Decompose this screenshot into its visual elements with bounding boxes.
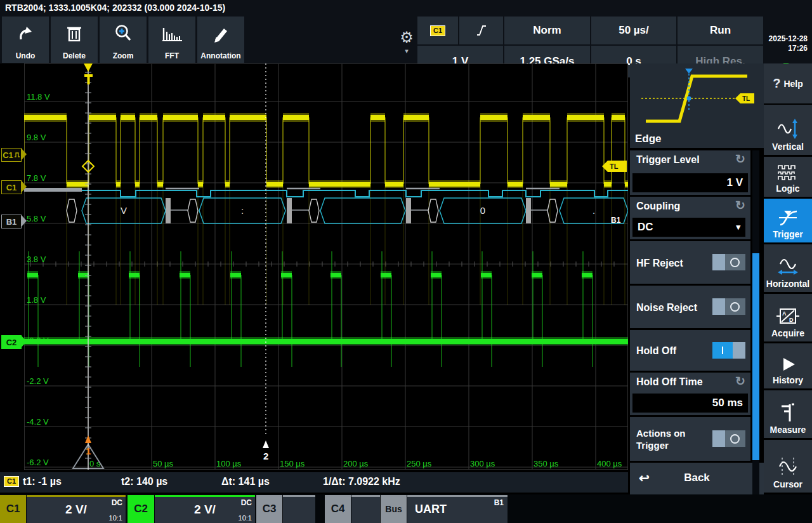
coupling-select[interactable]: DC ▾ <box>632 218 745 237</box>
datetime-display: 2025-12-28 17:26 <box>766 32 808 62</box>
svg-text:1.8 V: 1.8 V <box>27 295 46 305</box>
history-label: History <box>773 375 803 385</box>
c1-bus-source-marker[interactable]: C1 <box>1 148 22 162</box>
undo-label: Undo <box>16 51 36 60</box>
rising-edge-icon <box>475 23 488 37</box>
c2-position-marker[interactable]: C2 <box>1 335 22 349</box>
cursor-dt-readout: Δt: 141 µs <box>221 476 270 487</box>
annotation-button[interactable]: Annotation <box>197 17 244 63</box>
svg-text:.: . <box>593 205 595 216</box>
panel-scrollbar-thumb[interactable] <box>752 253 759 460</box>
noise-reject-label: Noise Reject <box>636 301 706 313</box>
svg-text:-2.2 V: -2.2 V <box>27 376 49 386</box>
undo-icon <box>15 23 36 44</box>
trigger-level-input[interactable]: 1 V <box>632 173 748 192</box>
svg-text:-6.2 V: -6.2 V <box>27 458 49 467</box>
back-label: Back <box>630 472 764 484</box>
settings-gear-button[interactable]: ⚙ ▾ <box>397 27 416 63</box>
sidebar-item-measure[interactable]: Measure <box>764 390 812 438</box>
noise-reject-toggle[interactable] <box>712 298 745 315</box>
svg-text:150 µs: 150 µs <box>280 459 305 468</box>
b1-position-marker[interactable]: B1 <box>1 215 22 228</box>
svg-text:400 µs: 400 µs <box>597 459 622 468</box>
trigger-level-row: Trigger Level ↻ 1 V <box>630 150 750 195</box>
trigger-source-cell[interactable]: C1 <box>417 17 458 44</box>
trigger-slope-cell[interactable] <box>459 17 503 44</box>
channel-c3-tab[interactable]: C3 <box>256 495 282 523</box>
svg-text::: : <box>241 205 244 216</box>
acquisition-state-cell[interactable]: Run <box>678 17 763 44</box>
fft-label: FFT <box>165 51 179 60</box>
channel-c2-info[interactable]: 2 V/ DC 10:1 <box>155 495 255 523</box>
horizontal-label: Horizontal <box>766 279 809 289</box>
undo-button[interactable]: Undo <box>2 17 49 63</box>
acquire-ad-icon: A D <box>775 306 801 326</box>
svg-text:100 µs: 100 µs <box>216 459 242 468</box>
channel-c4-tab[interactable]: C4 <box>325 495 351 523</box>
svg-text:200 µs: 200 µs <box>343 459 369 468</box>
c1-position-marker[interactable]: C1 <box>1 180 22 194</box>
sidebar-item-cursor[interactable]: Cursor <box>764 440 812 493</box>
timebase-cell[interactable]: 50 µs/ <box>591 17 676 44</box>
bus-tab-label: Bus <box>385 504 402 514</box>
hold-off-time-input[interactable]: 50 ms <box>632 394 748 413</box>
bus-tab[interactable]: Bus <box>381 495 407 523</box>
fft-button[interactable]: FFT <box>148 17 195 63</box>
channel-c4-info[interactable] <box>351 495 380 523</box>
sidebar-item-help[interactable]: ? Help <box>764 63 812 103</box>
sidebar-item-vertical[interactable]: Vertical <box>764 105 812 155</box>
actions-on-trigger-toggle[interactable] <box>712 430 745 447</box>
hold-off-toggle[interactable] <box>712 342 745 359</box>
vertical-label: Vertical <box>772 142 804 152</box>
zoom-button[interactable]: Zoom <box>100 17 147 63</box>
channel-c1-info[interactable]: 2 V/ DC 10:1 <box>27 495 126 523</box>
help-question-icon: ? <box>773 76 780 91</box>
coupling-label: Coupling <box>636 201 680 212</box>
channel-c3-info[interactable] <box>283 495 315 523</box>
measure-label: Measure <box>770 425 806 435</box>
svg-text:250 µs: 250 µs <box>407 459 432 468</box>
svg-text:2: 2 <box>263 451 268 461</box>
hf-reject-toggle[interactable] <box>712 254 745 270</box>
trigger-type-header[interactable]: TL Edge <box>630 63 764 148</box>
measure-caliper-icon <box>778 402 797 423</box>
reset-icon[interactable]: ↻ <box>735 198 745 213</box>
reset-icon[interactable]: ↻ <box>735 374 745 388</box>
sidebar-item-trigger[interactable]: Trigger <box>764 199 812 242</box>
svg-text:V: V <box>121 205 127 216</box>
timebase-value: 50 µs/ <box>619 24 649 37</box>
svg-text:D: D <box>789 317 794 323</box>
waveform-graticule: 11.8 V9.8 V7.8 V5.8 V3.8 V1.8 V-0.2 V-2.… <box>24 63 628 470</box>
sidebar-item-acquire[interactable]: A D Acquire <box>764 294 812 341</box>
hold-off-label: Hold Off <box>636 345 706 357</box>
channel-bar: C1 2 V/ DC 10:1 C2 2 V/ DC 10:1 C3 C4 Bu… <box>0 494 812 523</box>
trigger-mode-value: Norm <box>533 24 561 37</box>
channel-c1-tab[interactable]: C1 <box>0 495 26 523</box>
reset-icon[interactable]: ↻ <box>735 152 745 166</box>
pulse-glyph-icon <box>15 152 20 157</box>
svg-text:5.8 V: 5.8 V <box>27 214 46 223</box>
delete-button[interactable]: Delete <box>51 17 98 63</box>
help-label: Help <box>783 79 802 89</box>
zoom-magnifier-icon <box>112 23 134 44</box>
gear-icon: ⚙ <box>397 27 416 48</box>
sidebar-item-horizontal[interactable]: Horizontal <box>764 244 812 292</box>
c2-attenuation-value: 10:1 <box>239 514 252 522</box>
sidebar-item-history[interactable]: History <box>764 343 812 388</box>
bus-info[interactable]: UART B1 <box>407 495 508 523</box>
hf-reject-row: HF Reject <box>630 241 750 284</box>
svg-text:50 µs: 50 µs <box>153 459 174 468</box>
sidebar-item-logic[interactable]: Logic <box>764 157 812 197</box>
svg-text:-4.2 V: -4.2 V <box>27 417 49 427</box>
trigger-mode-cell[interactable]: Norm <box>504 17 590 44</box>
cursor-source-badge: C1 <box>4 476 19 487</box>
title-bar: RTB2004; 1333.1005K04; 202332 (03.000 20… <box>0 0 812 15</box>
svg-text:350 µs: 350 µs <box>534 459 559 468</box>
trigger-icon <box>776 207 799 227</box>
back-button[interactable]: ↩ Back <box>630 463 764 494</box>
c2-position-label: C2 <box>6 338 17 347</box>
bus-id-value: B1 <box>494 498 504 507</box>
channel-c2-tab[interactable]: C2 <box>128 495 154 523</box>
hold-off-time-label: Hold Off Time <box>636 376 703 388</box>
cursor-icon <box>776 456 799 477</box>
